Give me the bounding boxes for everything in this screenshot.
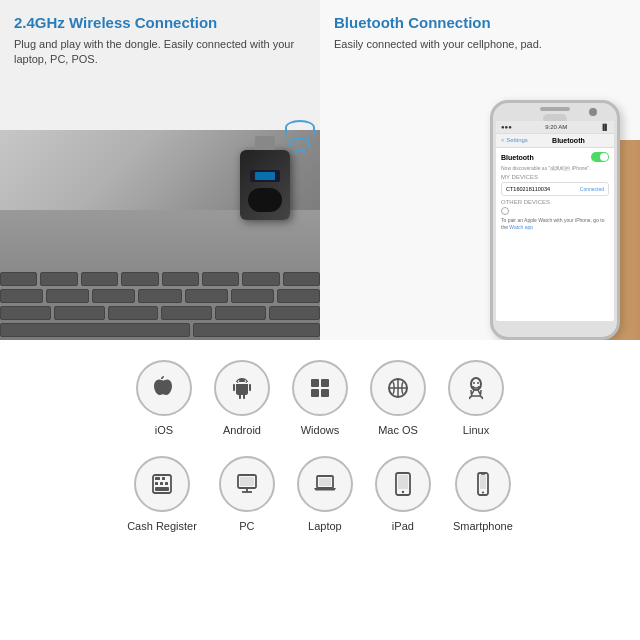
- other-devices-label: OTHER DEVICES: [501, 199, 609, 205]
- screen-time: 9:20 AM: [545, 124, 567, 130]
- icon-label-ipad: iPad: [392, 520, 414, 532]
- bt-watch-text: To pair an Apple Watch with your iPhone,…: [501, 217, 609, 231]
- icon-circle-windows: [292, 360, 348, 416]
- device-icons-grid: Cash Register PC: [20, 456, 620, 532]
- key: [202, 272, 239, 286]
- bt-other-row: [501, 207, 609, 215]
- cashregister-icon: [148, 470, 176, 498]
- icon-label-windows: Widows: [301, 424, 340, 436]
- signal-icon: ●●●: [501, 124, 512, 130]
- left-title: 2.4GHz Wireless Connection: [14, 14, 306, 31]
- svg-line-11: [478, 390, 480, 394]
- svg-rect-30: [480, 475, 486, 489]
- key: [0, 306, 51, 320]
- svg-rect-18: [155, 487, 169, 491]
- icon-label-android: Android: [223, 424, 261, 436]
- nav-title: Bluetooth: [552, 137, 585, 144]
- icon-item-android: Android: [214, 360, 270, 436]
- android-icon: [228, 374, 256, 402]
- key: [231, 289, 274, 303]
- icon-item-linux: Linux: [448, 360, 504, 436]
- right-title: Bluetooth Connection: [334, 14, 626, 31]
- bt-subtitle: Now discoverable as "成凤蛇的 iPhone".: [501, 165, 609, 171]
- icon-item-windows: Widows: [292, 360, 348, 436]
- key: [277, 289, 320, 303]
- wifi-arc-small: [295, 149, 305, 154]
- smartphone-icon: [469, 470, 497, 498]
- key: [283, 272, 320, 286]
- icon-label-ios: iOS: [155, 424, 173, 436]
- wifi-signal: [285, 120, 315, 156]
- key: [54, 306, 105, 320]
- icon-label-laptop: Laptop: [308, 520, 342, 532]
- svg-rect-22: [240, 477, 254, 486]
- keyboard: [0, 210, 320, 340]
- macos-icon: [384, 374, 412, 402]
- bt-other-circle: [501, 207, 509, 215]
- icon-circle-smartphone: [455, 456, 511, 512]
- icon-circle-ios: [136, 360, 192, 416]
- icon-circle-laptop: [297, 456, 353, 512]
- bottom-section: iOS Android Widows: [0, 340, 640, 640]
- bt-toggle[interactable]: [591, 152, 609, 162]
- icon-item-cashregister: Cash Register: [127, 456, 197, 532]
- key: [121, 272, 158, 286]
- left-panel: 2.4GHz Wireless Connection Plug and play…: [0, 0, 320, 340]
- ipad-icon: [389, 470, 417, 498]
- windows-icon: [306, 374, 334, 402]
- right-desc: Easily connected with your cellphone, pa…: [334, 37, 626, 52]
- left-desc: Plug and play with the dongle. Easily co…: [14, 37, 306, 68]
- phone-screen: ●●● 9:20 AM ▐▌ < Settings Bluetooth Blue…: [496, 121, 614, 321]
- icon-item-smartphone: Smartphone: [453, 456, 513, 532]
- watch-link[interactable]: Watch app: [509, 224, 533, 230]
- svg-point-9: [477, 382, 479, 384]
- icon-item-ios: iOS: [136, 360, 192, 436]
- screen-nav: < Settings Bluetooth: [496, 134, 614, 148]
- bt-device-status: Connected: [580, 186, 604, 192]
- bt-label: Bluetooth: [501, 154, 534, 161]
- svg-rect-16: [160, 482, 163, 485]
- key: [108, 306, 159, 320]
- key: [40, 272, 77, 286]
- my-devices-label: MY DEVICES: [501, 174, 609, 180]
- dongle-display: [255, 172, 275, 180]
- svg-rect-17: [165, 482, 168, 485]
- dongle-sensor: [248, 188, 282, 212]
- dongle: [240, 150, 290, 220]
- screen-status-bar: ●●● 9:20 AM ▐▌: [496, 121, 614, 134]
- right-panel: Bluetooth Connection Easily connected wi…: [320, 0, 640, 340]
- wifi-arc-large: [285, 120, 315, 135]
- phone-speaker: [540, 107, 570, 111]
- key: [185, 289, 228, 303]
- icon-item-macos: Mac OS: [370, 360, 426, 436]
- back-button[interactable]: < Settings: [501, 137, 528, 144]
- svg-line-10: [472, 390, 474, 394]
- pc-icon: [233, 470, 261, 498]
- icon-label-smartphone: Smartphone: [453, 520, 513, 532]
- key: [161, 306, 212, 320]
- icon-circle-pc: [219, 456, 275, 512]
- icon-label-linux: Linux: [463, 424, 489, 436]
- linux-icon: [462, 374, 490, 402]
- phone-container: ●●● 9:20 AM ▐▌ < Settings Bluetooth Blue…: [490, 100, 620, 340]
- svg-rect-24: [319, 478, 331, 486]
- key: [0, 289, 43, 303]
- svg-point-26: [402, 491, 404, 493]
- dongle-screen: [250, 170, 280, 182]
- svg-point-8: [473, 382, 475, 384]
- svg-point-29: [482, 491, 484, 493]
- icon-item-pc: PC: [219, 456, 275, 532]
- svg-rect-27: [398, 475, 408, 489]
- key: [162, 272, 199, 286]
- wifi-arc-medium: [290, 137, 310, 147]
- svg-rect-2: [311, 389, 319, 397]
- key: [215, 306, 266, 320]
- svg-rect-1: [321, 379, 329, 387]
- icon-item-ipad: iPad: [375, 456, 431, 532]
- bt-device-row: CT160218110034 Connected: [501, 182, 609, 196]
- key: [269, 306, 320, 320]
- key: [138, 289, 181, 303]
- battery-icon: ▐▌: [600, 124, 609, 130]
- svg-rect-14: [162, 477, 165, 480]
- apple-icon: [150, 374, 178, 402]
